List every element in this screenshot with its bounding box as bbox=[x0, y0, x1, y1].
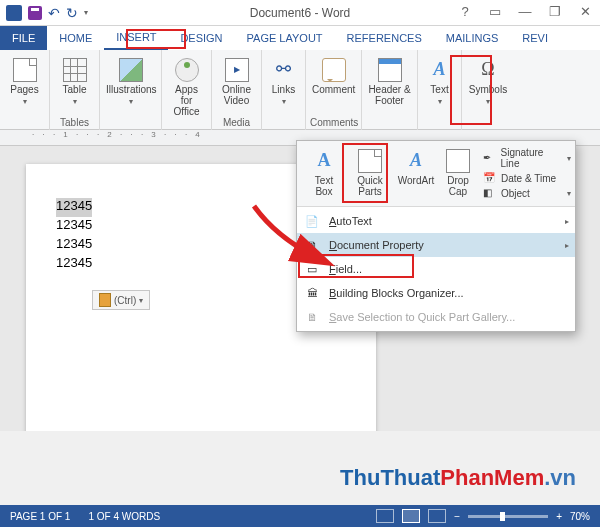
illustrations-button[interactable]: Illustrations▾ bbox=[104, 54, 159, 116]
wordart-icon: A bbox=[404, 149, 428, 173]
text-side-commands: ✒Signature Line▾ 📅Date & Time ◧Object▾ bbox=[477, 145, 571, 202]
menu-field[interactable]: ▭Field... bbox=[297, 257, 575, 281]
web-layout-button[interactable] bbox=[428, 509, 446, 523]
text-gallery: AText Box Quick Parts AWordArt Drop Cap … bbox=[297, 141, 575, 207]
menu-building-blocks[interactable]: 🏛Building Blocks Organizer... bbox=[297, 281, 575, 305]
dropcap-icon bbox=[446, 149, 470, 173]
tab-references[interactable]: REFERENCES bbox=[335, 26, 434, 50]
help-icon[interactable]: ? bbox=[450, 3, 480, 23]
ribbon-tabs: FILE HOME INSERT DESIGN PAGE LAYOUT REFE… bbox=[0, 26, 600, 50]
video-icon bbox=[225, 58, 249, 82]
menu-document-property[interactable]: 🗎Document Property▸ bbox=[297, 233, 575, 257]
tab-mailings[interactable]: MAILINGS bbox=[434, 26, 511, 50]
watermark-part1: ThuThuat bbox=[340, 465, 440, 490]
link-icon: ⚯ bbox=[272, 58, 296, 82]
close-button[interactable]: ✕ bbox=[570, 3, 600, 23]
title-bar: ↶ ↻ ▾ Document6 - Word ? ▭ — ❐ ✕ bbox=[0, 0, 600, 26]
object-button[interactable]: ◧Object▾ bbox=[483, 187, 571, 199]
chevron-down-icon: ▾ bbox=[139, 296, 143, 305]
tab-design[interactable]: DESIGN bbox=[168, 26, 234, 50]
save-icon[interactable] bbox=[28, 6, 42, 20]
tab-file[interactable]: FILE bbox=[0, 26, 47, 50]
paste-options[interactable]: (Ctrl) ▾ bbox=[92, 290, 150, 310]
quickparts-button[interactable]: Quick Parts bbox=[347, 145, 393, 202]
object-icon: ◧ bbox=[483, 187, 497, 199]
zoom-in-button[interactable]: + bbox=[556, 511, 562, 522]
watermark: ThuThuatPhanMem.vn bbox=[340, 465, 576, 491]
textbox-icon: A bbox=[312, 149, 336, 173]
header-footer-button[interactable]: Header & Footer bbox=[366, 54, 413, 116]
window-controls: ? ▭ — ❐ ✕ bbox=[450, 3, 600, 23]
comment-button[interactable]: Comment bbox=[310, 54, 357, 116]
menu-save-selection: 🗎Save Selection to Quick Part Gallery... bbox=[297, 305, 575, 329]
signature-icon: ✒ bbox=[483, 152, 497, 164]
status-words[interactable]: 1 OF 4 WORDS bbox=[88, 511, 160, 522]
wordart-button[interactable]: AWordArt bbox=[393, 145, 439, 202]
date-time-button[interactable]: 📅Date & Time bbox=[483, 172, 571, 184]
table-button[interactable]: Table▾ bbox=[54, 54, 95, 116]
table-icon bbox=[63, 58, 87, 82]
status-bar: PAGE 1 OF 1 1 OF 4 WORDS − + 70% bbox=[0, 505, 600, 527]
signature-line-button[interactable]: ✒Signature Line▾ bbox=[483, 147, 571, 169]
docs-icon: 🗎 bbox=[303, 237, 321, 253]
group-media-label: Media bbox=[216, 116, 257, 130]
word-app-icon bbox=[6, 5, 22, 21]
read-mode-button[interactable] bbox=[376, 509, 394, 523]
text-line-selected[interactable]: 12345 bbox=[56, 198, 92, 217]
tab-insert[interactable]: INSERT bbox=[104, 26, 168, 50]
autotext-icon: 📄 bbox=[303, 213, 321, 229]
online-video-button[interactable]: Online Video bbox=[216, 54, 257, 116]
watermark-part3: .vn bbox=[544, 465, 576, 490]
quickparts-menu: 📄AutoText▸ 🗎Document Property▸ ▭Field...… bbox=[297, 207, 575, 331]
pages-button[interactable]: Pages▾ bbox=[4, 54, 45, 116]
redo-icon[interactable]: ↻ bbox=[66, 5, 78, 21]
field-icon: ▭ bbox=[303, 261, 321, 277]
text-dropdown-popup: AText Box Quick Parts AWordArt Drop Cap … bbox=[296, 140, 576, 332]
restore-button[interactable]: ❐ bbox=[540, 3, 570, 23]
print-layout-button[interactable] bbox=[402, 509, 420, 523]
symbols-button[interactable]: ΩSymbols▾ bbox=[466, 54, 510, 116]
links-button[interactable]: ⚯Links▾ bbox=[266, 54, 301, 116]
quick-access-toolbar: ↶ ↻ ▾ bbox=[0, 5, 88, 21]
watermark-part2: PhanMem bbox=[440, 465, 544, 490]
zoom-level[interactable]: 70% bbox=[570, 511, 590, 522]
comment-icon bbox=[322, 58, 346, 82]
clipboard-icon bbox=[99, 293, 111, 307]
status-page[interactable]: PAGE 1 OF 1 bbox=[10, 511, 70, 522]
group-comments-label: Comments bbox=[310, 116, 357, 130]
apps-icon bbox=[175, 58, 199, 82]
dropcap-button[interactable]: Drop Cap bbox=[439, 145, 477, 202]
menu-autotext[interactable]: 📄AutoText▸ bbox=[297, 209, 575, 233]
calendar-icon: 📅 bbox=[483, 172, 497, 184]
quickparts-icon bbox=[358, 149, 382, 173]
tab-home[interactable]: HOME bbox=[47, 26, 104, 50]
zoom-out-button[interactable]: − bbox=[454, 511, 460, 522]
header-icon bbox=[378, 58, 402, 82]
blocks-icon: 🏛 bbox=[303, 285, 321, 301]
ribbon-insert: Pages▾ Table▾ Tables Illustrations▾ Apps… bbox=[0, 50, 600, 130]
textbox-button[interactable]: AText Box bbox=[301, 145, 347, 202]
paste-options-label: (Ctrl) bbox=[114, 295, 136, 306]
save-gallery-icon: 🗎 bbox=[303, 309, 321, 325]
group-tables-label: Tables bbox=[54, 116, 95, 130]
picture-icon bbox=[119, 58, 143, 82]
omega-icon: Ω bbox=[476, 58, 500, 82]
tab-review[interactable]: REVI bbox=[510, 26, 560, 50]
tab-page-layout[interactable]: PAGE LAYOUT bbox=[235, 26, 335, 50]
zoom-slider[interactable] bbox=[468, 515, 548, 518]
qat-customize-icon[interactable]: ▾ bbox=[84, 8, 88, 17]
text-button[interactable]: AText▾ bbox=[422, 54, 457, 116]
group-pages-label bbox=[4, 116, 45, 130]
text-icon: A bbox=[428, 58, 452, 82]
page-icon bbox=[13, 58, 37, 82]
window-title: Document6 - Word bbox=[250, 6, 350, 20]
apps-for-office-button[interactable]: Apps for Office bbox=[166, 54, 207, 119]
minimize-button[interactable]: — bbox=[510, 3, 540, 23]
undo-icon[interactable]: ↶ bbox=[48, 5, 60, 21]
ribbon-display-options-icon[interactable]: ▭ bbox=[480, 3, 510, 23]
